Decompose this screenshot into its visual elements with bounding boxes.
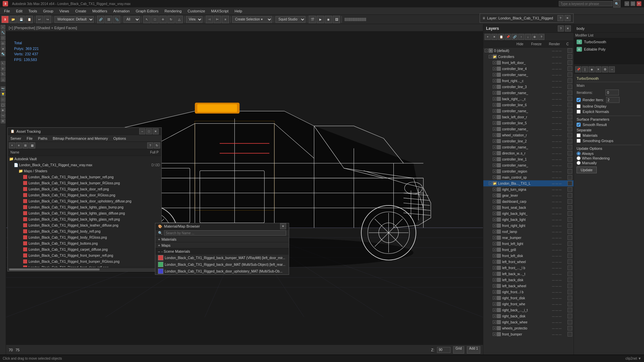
layer-expand-controller_line_2[interactable]: + <box>493 139 496 143</box>
asset-menu-options[interactable]: Options <box>112 136 127 140</box>
layer-render-check-controller_line_2[interactable] <box>568 139 572 143</box>
sidebar-move-icon[interactable]: ✛ <box>1 66 5 71</box>
layer-render-check-roof_lamp[interactable] <box>568 229 572 234</box>
layer-render-check-front_left_disk[interactable] <box>568 253 572 258</box>
sidebar-geo-icon[interactable]: □ <box>1 97 5 102</box>
layer-item-direction_w_s[interactable]: + ⬡ direction_w..s_r — — — <box>483 150 574 156</box>
layer-expand-right_back_whee[interactable]: + <box>493 320 496 324</box>
layer-render-check-controller_name5[interactable] <box>568 145 572 149</box>
layer-expand-left_back_wheel[interactable]: + <box>493 284 496 288</box>
filter-dropdown[interactable]: All <box>123 16 140 23</box>
render-frame-btn[interactable]: 🖼 <box>333 16 340 23</box>
layer-expand-controller_line_1[interactable]: + <box>493 158 496 161</box>
asset-tile-btn[interactable]: ▦ <box>29 142 35 148</box>
asset-item-back_door_rgl[interactable]: London_Black_Cab_TX1_Rigged_back_door_RG… <box>8 192 161 198</box>
layer-item-main_control_sp[interactable]: + ⬡ main_control_sp — — — <box>483 174 574 180</box>
asset-item-back_bumper_refl[interactable]: London_Black_Cab_TX1_Rigged_back_bumper_… <box>8 174 161 180</box>
menu-modifiers[interactable]: Modifiers <box>90 8 110 14</box>
layer-link-btn[interactable]: 🔗 <box>512 34 518 40</box>
layer-render-check-controller_line_5[interactable] <box>568 121 572 125</box>
layer-render-check-controller_line_4[interactable] <box>568 66 572 71</box>
asset-item-carpet_diff[interactable]: London_Black_Cab_TX1_Rigged_carpet_diffu… <box>8 246 161 252</box>
layer-item-right_back_light1[interactable]: + ⬡ right_back_light_ — — — <box>483 210 574 217</box>
save-btn[interactable]: 💾 <box>17 16 25 23</box>
layer-render-check-controller_name3[interactable] <box>568 109 572 113</box>
layer-item-left_front_wheel[interactable]: + ⬡ left_front_wheel — — — <box>483 259 574 265</box>
layer-expand-controller_line_4[interactable]: + <box>493 67 496 70</box>
layer-item-front_right_c[interactable]: + ⬡ front_right..._c — — — <box>483 78 574 84</box>
select-region-btn[interactable]: □ <box>151 16 159 23</box>
search-input[interactable] <box>559 1 612 6</box>
asset-grid-btn[interactable]: ⊞ <box>22 142 29 148</box>
layer-expand-main_control_sp[interactable]: + <box>493 176 496 179</box>
ts-materials-checkbox[interactable] <box>577 133 581 137</box>
layer-render-check-left_front_wheel[interactable] <box>568 259 572 264</box>
layer-item-wheel_rotation[interactable]: + ⬡ wheel_rotation_r — — — <box>483 132 574 138</box>
sidebar-helper-icon[interactable]: ✚ <box>1 108 5 113</box>
menu-customize[interactable]: Customize <box>185 8 208 14</box>
zoom-input[interactable] <box>437 347 450 353</box>
sidebar-modify-icon[interactable]: 🔧 <box>1 30 5 35</box>
new-scene-btn[interactable]: 3 <box>1 16 9 23</box>
layer-render-check-main_control_sp[interactable] <box>568 175 572 180</box>
layer-expand-controller_name6[interactable]: + <box>493 164 496 167</box>
layer-item-front_seat_back[interactable]: + ⬡ front_seat_back — — — <box>483 204 574 210</box>
asset-item-back_door_uphol[interactable]: London_Black_Cab_TX1_Rigged_back_door_up… <box>8 198 161 204</box>
asset-item-maps[interactable]: 📁 Maps / Shaders <box>8 168 161 174</box>
asset-item-back_lights_glass_bump[interactable]: London_Black_Cab_TX1_Rigged_back_lights_… <box>8 204 161 210</box>
layer-render-check-front_left_door[interactable] <box>568 60 572 65</box>
asset-menu-bitmap[interactable]: Bitmap Performance and Memory <box>51 136 109 140</box>
layer-item-controllers[interactable]: − 📁 Controllers — — — <box>483 54 574 60</box>
layer-item-right_front_disk[interactable]: + ⬡ right_front_disk — — — <box>483 295 574 301</box>
layer-expand-controller_name2[interactable]: + <box>493 91 496 95</box>
layer-expand-front_left_light[interactable]: + <box>493 242 496 245</box>
unlink-btn[interactable]: ⛓ <box>105 16 112 23</box>
menu-graph-editors[interactable]: Graph Editors <box>133 8 161 14</box>
layer-item-front_left_door[interactable]: + ⬡ front_left_door_ — — — <box>483 60 574 66</box>
scale-btn[interactable]: △ <box>175 16 183 23</box>
layer-item-front_bumper[interactable]: + ⬡ front_bumper — — — <box>483 331 574 337</box>
layer-expand-left_back_w[interactable]: + <box>493 272 496 276</box>
layer-render-check-left_back_w[interactable] <box>568 272 572 276</box>
layer-expand-controller_line_5[interactable]: + <box>493 121 496 125</box>
layer-item-london_black_cab[interactable]: − 📁 London_Bla..._TX1_L — — — <box>483 180 574 186</box>
open-btn[interactable]: 📂 <box>9 16 17 23</box>
layer-render-check-right_back_light1[interactable] <box>568 211 572 216</box>
layer-render-check-controller_line_6[interactable] <box>568 103 572 107</box>
layer-render-check-wheel_rotation[interactable] <box>568 133 572 137</box>
layer-render-check-right_back_light2[interactable] <box>568 217 572 222</box>
sidebar-select-icon[interactable]: ↖ <box>1 61 5 66</box>
search-icon[interactable]: 🔍 <box>613 0 621 7</box>
move-btn[interactable]: ✛ <box>159 16 167 23</box>
minimize-button[interactable]: – <box>625 1 629 6</box>
layer-item-controller_name4[interactable]: + ⬡ controller_name_ — — — <box>483 126 574 132</box>
layer-render-check-default[interactable] <box>568 48 572 53</box>
menu-create[interactable]: Create <box>72 8 89 14</box>
layer-render-check-front_bumper[interactable] <box>568 332 572 337</box>
layer-render-check-front_right_light[interactable] <box>568 223 572 228</box>
grid-button[interactable]: Grid <box>453 346 464 354</box>
layer-render-check-controller_line_1[interactable] <box>568 157 572 162</box>
layer-expand-london_black_cab[interactable]: − <box>489 182 492 185</box>
new-layer-btn[interactable]: + <box>485 34 491 40</box>
layer-expand-left_front_wheel[interactable]: + <box>493 260 496 263</box>
layer-expand-front_right_c[interactable]: + <box>493 79 496 82</box>
layer-expand-right_turn_signa[interactable]: + <box>493 188 496 191</box>
remove-modifier-btn[interactable]: ✕ <box>595 66 601 72</box>
layer-render-check-controller_line_3[interactable] <box>568 84 572 89</box>
asset-list-btn[interactable]: ≡ <box>16 142 22 148</box>
layer-item-right_front_b[interactable]: + ⬡ right_front...l b — — — <box>483 289 574 295</box>
layer-render-check-left_front_b[interactable] <box>568 265 572 270</box>
layer-render-check-right_front_disk[interactable] <box>568 296 572 300</box>
layer-render-check-front_grill[interactable] <box>568 247 572 252</box>
layer-expand-wheel_rotation[interactable]: + <box>493 133 496 137</box>
sidebar-spacewarp-icon[interactable]: 〜 <box>1 113 5 118</box>
layer-item-controller_name3[interactable]: + ⬡ controller_name_ — — — <box>483 108 574 114</box>
layer-expand-direction_w_s[interactable]: + <box>493 152 496 155</box>
layer-item-controller_name2[interactable]: + ⬡ controller_name_ — — — <box>483 90 574 96</box>
mat-materials-section[interactable]: + Materials <box>155 236 289 242</box>
asset-scrollbar[interactable] <box>8 267 161 271</box>
layer-item-controller_name1[interactable]: + ⬡ controller_name_ — — — <box>483 72 574 78</box>
layer-expand-controller_name5[interactable]: + <box>493 145 496 149</box>
mirror-btn[interactable]: ⊣ <box>206 16 213 23</box>
